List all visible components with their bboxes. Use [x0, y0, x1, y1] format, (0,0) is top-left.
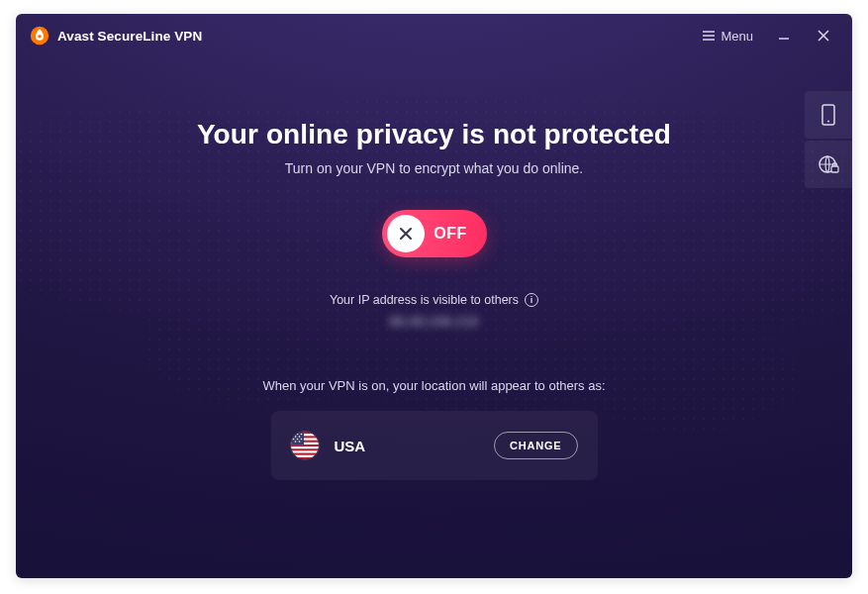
minimize-icon	[778, 30, 790, 42]
privacy-subline: Turn on your VPN to encrypt what you do …	[16, 160, 852, 176]
location-card: USA CHANGE	[271, 411, 598, 480]
menu-button[interactable]: Menu	[697, 25, 759, 48]
avast-logo-icon	[30, 26, 49, 46]
x-icon	[399, 227, 413, 241]
toggle-knob	[387, 215, 425, 252]
svg-point-20	[292, 439, 294, 441]
location-caption: When your VPN is on, your location will …	[16, 378, 852, 393]
app-title: Avast SecureLine VPN	[57, 29, 202, 44]
ip-caption-row: Your IP address is visible to others i	[330, 293, 538, 307]
svg-point-23	[294, 441, 296, 443]
close-button[interactable]	[809, 21, 838, 50]
svg-rect-12	[291, 450, 319, 452]
main-content: Your online privacy is not protected Tur…	[16, 57, 852, 480]
ip-caption: Your IP address is visible to others	[330, 293, 519, 307]
flag-usa-icon	[291, 432, 319, 459]
location-country: USA	[335, 438, 366, 454]
svg-point-15	[292, 434, 294, 436]
minimize-button[interactable]	[769, 21, 799, 50]
svg-point-1	[38, 35, 42, 39]
info-icon[interactable]: i	[525, 293, 538, 307]
privacy-headline: Your online privacy is not protected	[16, 119, 852, 150]
svg-point-18	[294, 436, 296, 438]
hamburger-icon	[703, 29, 715, 44]
vpn-toggle[interactable]: OFF	[382, 210, 487, 257]
menu-label: Menu	[721, 29, 753, 44]
svg-point-21	[296, 439, 298, 441]
svg-point-24	[298, 441, 300, 443]
close-icon	[818, 30, 829, 42]
toggle-state-label: OFF	[425, 225, 487, 243]
svg-point-17	[300, 434, 302, 436]
svg-rect-11	[291, 446, 319, 448]
svg-point-19	[298, 436, 300, 438]
svg-rect-8	[291, 434, 319, 436]
change-location-button[interactable]: CHANGE	[494, 432, 577, 459]
titlebar: Avast SecureLine VPN Menu	[16, 14, 852, 57]
svg-rect-13	[291, 455, 319, 457]
ip-value: 86.49.248.219	[16, 314, 852, 329]
app-window: Avast SecureLine VPN Menu	[16, 14, 852, 578]
svg-point-16	[296, 434, 298, 436]
svg-point-22	[300, 439, 302, 441]
